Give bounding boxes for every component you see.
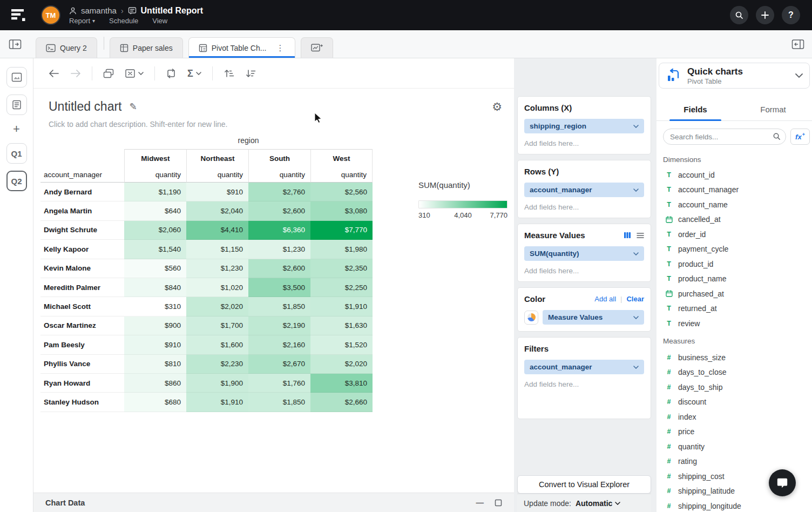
measure-field-item[interactable]: #discount — [657, 395, 812, 410]
measure-field-item[interactable]: #price — [657, 425, 812, 440]
pivot-row-label[interactable]: Angela Martin — [40, 201, 124, 220]
menu-report[interactable]: Report▾ — [69, 17, 95, 25]
pivot-value-cell[interactable]: $2,060 — [124, 221, 186, 240]
filter-field-pill[interactable]: account_manager — [524, 360, 644, 374]
dimension-field-item[interactable]: Treturned_at — [657, 301, 812, 316]
pivot-value-cell[interactable]: $680 — [124, 393, 186, 412]
search-button[interactable] — [730, 6, 748, 24]
pivot-value-cell[interactable]: $1,190 — [124, 183, 186, 201]
pivot-value-cell[interactable]: $1,900 — [186, 374, 248, 393]
minimize-panel-icon[interactable]: — — [476, 498, 484, 507]
columns-layout-icon[interactable] — [624, 232, 631, 239]
pivot-row-dimension-label[interactable]: account_manager — [40, 167, 124, 183]
pivot-value-cell[interactable]: $1,230 — [248, 240, 310, 259]
pivot-value-cell[interactable]: $1,910 — [186, 393, 248, 412]
add-fields-dropzone[interactable]: Add fields here... — [524, 139, 644, 147]
app-logo[interactable] — [10, 6, 27, 24]
chart-title[interactable]: Untitled chart — [49, 99, 122, 114]
pivot-value-cell[interactable]: $2,020 — [186, 297, 248, 316]
pivot-row-label[interactable]: Ryan Howard — [40, 374, 124, 393]
cell-q1-button[interactable]: Q1 — [6, 143, 27, 164]
pivot-value-cell[interactable]: $910 — [186, 183, 248, 201]
pivot-value-cell[interactable]: $1,230 — [186, 259, 248, 278]
pivot-value-cell[interactable]: $310 — [124, 297, 186, 316]
pivot-value-cell[interactable]: $7,770 — [310, 221, 373, 240]
add-chart-tab[interactable] — [301, 37, 333, 58]
pivot-value-cell[interactable]: $860 — [124, 374, 186, 393]
back-button[interactable] — [49, 69, 59, 78]
rows-field-pill[interactable]: account_manager — [524, 183, 644, 197]
pivot-row-label[interactable]: Meredith Palmer — [40, 278, 124, 297]
tab-paper-sales[interactable]: Paper sales — [110, 37, 183, 58]
help-button[interactable]: ? — [782, 6, 800, 24]
pivot-row-label[interactable]: Kelly Kapoor — [40, 240, 124, 259]
cell-q2-button[interactable]: Q2 — [6, 171, 27, 191]
dimension-field-item[interactable]: purchased_at — [657, 286, 812, 301]
tab-format[interactable]: Format — [734, 98, 812, 120]
measure-pill[interactable]: SUM(quantity) — [524, 246, 644, 261]
pivot-value-cell[interactable]: $910 — [124, 335, 186, 354]
measure-field-item[interactable]: #days_to_ship — [657, 380, 812, 395]
duplicate-chart-button[interactable] — [103, 69, 114, 78]
pivot-column-header[interactable]: South — [248, 149, 310, 167]
dimension-field-item[interactable]: cancelled_at — [657, 212, 812, 227]
pivot-value-cell[interactable]: $2,190 — [248, 316, 310, 335]
measure-field-item[interactable]: #rating — [657, 454, 812, 469]
pivot-value-cell[interactable]: $1,700 — [186, 316, 248, 335]
chart-cell-button[interactable] — [6, 67, 27, 87]
pivot-row-label[interactable]: Dwight Schrute — [40, 221, 124, 240]
measure-field-item[interactable]: #business_size — [657, 350, 812, 365]
pivot-value-cell[interactable]: $2,600 — [248, 201, 310, 220]
pivot-value-cell[interactable]: $1,850 — [248, 297, 310, 316]
pivot-value-cell[interactable]: $1,630 — [310, 316, 373, 335]
report-title[interactable]: Untitled Report — [141, 6, 204, 16]
add-fields-dropzone[interactable]: Add fields here... — [524, 203, 644, 211]
add-formula-field-button[interactable]: fx+ — [790, 129, 810, 145]
pivot-value-cell[interactable]: $1,520 — [310, 335, 373, 354]
chart-data-label[interactable]: Chart Data — [45, 498, 85, 507]
search-fields-input[interactable] — [663, 129, 786, 145]
edit-title-pencil-icon[interactable]: ✎ — [130, 101, 137, 112]
pivot-row-label[interactable]: Oscar Martinez — [40, 316, 124, 335]
dimension-field-item[interactable]: Tproduct_name — [657, 272, 812, 287]
pivot-row-label[interactable]: Stanley Hudson — [40, 393, 124, 412]
color-field-pill[interactable]: Measure Values — [543, 310, 644, 325]
pivot-value-cell[interactable]: $1,540 — [124, 240, 186, 259]
pivot-row-label[interactable]: Michael Scott — [40, 297, 124, 316]
add-fields-dropzone[interactable]: Add fields here... — [524, 267, 644, 275]
collapse-right-panel-icon[interactable] — [791, 39, 804, 50]
tab-options-kebab-icon[interactable]: ⋮ — [275, 43, 285, 53]
pivot-row-label[interactable]: Kevin Malone — [40, 259, 124, 278]
aggregation-button[interactable]: Σ — [187, 69, 201, 78]
pivot-value-cell[interactable]: $4,410 — [186, 221, 248, 240]
measure-field-item[interactable]: #days_to_close — [657, 365, 812, 380]
chart-description-placeholder[interactable]: Click to add chart description. Shift-en… — [49, 120, 228, 129]
breadcrumb-user[interactable]: samantha — [81, 6, 117, 15]
dimension-field-item[interactable]: Tproduct_id — [657, 257, 812, 272]
pivot-value-cell[interactable]: $560 — [124, 259, 186, 278]
pivot-value-cell[interactable]: $2,230 — [186, 355, 248, 374]
pivot-row-label[interactable]: Pam Beesly — [40, 335, 124, 354]
pivot-row-label[interactable]: Andy Bernard — [40, 183, 124, 201]
add-fields-dropzone[interactable]: Add fields here... — [524, 380, 644, 388]
pivot-value-cell[interactable]: $2,560 — [310, 183, 373, 201]
collapse-left-panel-icon[interactable] — [9, 39, 22, 50]
sort-ascending-button[interactable] — [224, 69, 234, 78]
pivot-value-cell[interactable]: $2,160 — [248, 335, 310, 354]
pivot-value-cell[interactable]: $1,760 — [248, 374, 310, 393]
pivot-row-label[interactable]: Phyllis Vance — [40, 355, 124, 374]
dimension-field-item[interactable]: Taccount_manager — [657, 183, 812, 198]
pivot-value-cell[interactable]: $1,600 — [186, 335, 248, 354]
tab-fields[interactable]: Fields — [657, 98, 734, 120]
pivot-column-header[interactable]: West — [310, 149, 373, 167]
pivot-column-header[interactable]: Northeast — [186, 149, 248, 167]
expand-panel-icon[interactable] — [495, 499, 502, 507]
pivot-value-cell[interactable]: $1,850 — [248, 393, 310, 412]
measure-field-item[interactable]: #quantity — [657, 439, 812, 454]
notebook-cell-button[interactable] — [6, 95, 27, 115]
pivot-value-cell[interactable]: $3,500 — [248, 278, 310, 297]
sort-descending-button[interactable] — [245, 69, 256, 78]
quick-charts-selector[interactable]: Quick charts Pivot Table — [659, 63, 810, 89]
add-button[interactable] — [756, 6, 774, 24]
tab-query-2[interactable]: Query 2 — [36, 37, 97, 58]
